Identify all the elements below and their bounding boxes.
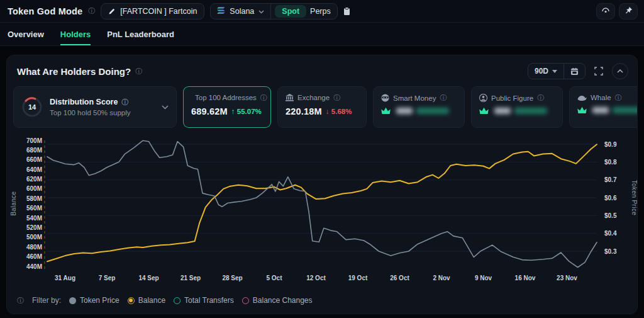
svg-text:14 Sep: 14 Sep [138,275,158,281]
stat-card-exchange[interactable]: Exchange ⓘ 220.18M ↓ 5.68% [277,86,367,128]
fullscreen-button[interactable] [591,63,607,79]
svg-text:600M: 600M [26,185,42,192]
svg-text:9 Nov: 9 Nov [475,275,492,281]
page-title: Token God Mode [8,6,82,16]
calendar-button[interactable] [564,64,585,79]
info-icon[interactable]: ⓘ [121,99,128,106]
info-icon[interactable]: ⓘ [260,94,267,101]
svg-text:5 Oct: 5 Oct [266,275,282,281]
chevron-down-icon[interactable] [162,105,169,110]
tab-overview[interactable]: Overview [8,23,44,45]
legend-label: Filter by: [32,296,61,305]
info-icon[interactable]: ⓘ [615,94,622,101]
distribution-score-title: Distribution Score [50,98,118,106]
watch-button[interactable] [596,3,615,20]
masked-change [613,107,638,113]
chain-selector[interactable]: Solana [211,4,270,19]
smart-money-icon [381,94,389,102]
token-price-dot [69,297,76,304]
distribution-score-value: 14 [28,103,36,111]
svg-text:$0.4: $0.4 [604,230,617,237]
stat-card-change: ↓ 5.68% [326,108,352,115]
solana-icon [217,7,225,16]
pin-button[interactable] [619,3,638,20]
calendar-icon [570,67,579,76]
svg-text:19 Oct: 19 Oct [348,275,368,281]
legend-item-label: Balance [138,296,165,305]
stat-card-title: Smart Money [393,94,436,102]
legend-item-balance[interactable]: Balance [128,296,165,305]
svg-text:$0.6: $0.6 [604,195,617,202]
stat-card-title: Whale [591,94,611,101]
chain-selector-label: Solana [230,7,254,16]
stat-card-public-figure[interactable]: Public Figure ⓘ [471,86,563,128]
masked-change [514,108,547,114]
legend-item-total-transfers[interactable]: Total Transfers [174,296,234,305]
copy-icon[interactable] [343,7,350,16]
balance-changes-radio [242,297,249,304]
svg-text:31 Aug: 31 Aug [55,275,75,281]
legend-item-balance-changes[interactable]: Balance Changes [242,296,313,305]
legend-item-token-price[interactable]: Token Price [69,296,119,305]
tab-holders[interactable]: Holders [60,23,91,45]
crown-icon [381,107,391,115]
topbar: Token God Mode ⓘ [FARTCOIN ] Fartcoin So… [0,0,644,23]
info-icon[interactable]: ⓘ [537,94,544,101]
legend-item-label: Balance Changes [253,296,313,305]
svg-text:$0.9: $0.9 [604,141,617,148]
svg-text:12 Oct: 12 Oct [306,275,326,281]
token-selector-label: [FARTCOIN ] Fartcoin [120,7,197,16]
pencil-icon [108,8,116,15]
svg-text:580M: 580M [26,195,42,202]
svg-text:28 Sep: 28 Sep [222,275,242,281]
balance-radio [128,297,135,304]
nav-tabs: Overview Holders PnL Leaderboard [0,23,644,46]
stat-card-title: Exchange [297,94,330,101]
svg-text:21 Sep: 21 Sep [180,275,201,281]
stat-card-title: Top 100 Addresses [195,94,257,101]
info-icon[interactable]: ⓘ [440,94,447,101]
range-dropdown[interactable]: 90D [528,64,564,79]
tab-perps[interactable]: Perps [308,5,337,18]
stat-card-smart-money[interactable]: Smart Money ⓘ [373,86,465,128]
distribution-score-subtitle: Top 100 hold 50% supply [50,109,155,116]
legend-item-label: Token Price [80,296,119,305]
svg-text:500M: 500M [26,234,42,241]
masked-value [396,108,413,114]
collapse-button[interactable] [612,63,628,79]
svg-text:480M: 480M [26,244,42,251]
svg-text:Token Price: Token Price [631,180,637,216]
tab-spot[interactable]: Spot [275,5,306,18]
crown-icon [577,106,587,114]
stat-card-whale[interactable]: Whale ⓘ [569,86,638,128]
svg-text:$0.5: $0.5 [604,212,617,219]
chevron-down-icon [258,7,264,16]
masked-change [416,108,449,114]
svg-text:560M: 560M [26,205,42,212]
total-transfers-radio [174,297,180,304]
holders-panel: What Are Holders Doing? ⓘ 90D [6,55,638,314]
svg-text:660M: 660M [26,156,42,163]
pin-icon [625,6,633,17]
panel-header: What Are Holders Doing? ⓘ 90D [7,55,637,85]
stat-card-title: Public Figure [491,94,533,102]
range-selector: 90D [528,63,586,79]
distribution-score-card[interactable]: 14 Distribution Score ⓘ Top 100 hold 50%… [13,86,177,128]
exchange-icon [286,94,294,101]
svg-text:640M: 640M [26,166,42,173]
info-icon[interactable]: ⓘ [333,94,340,101]
token-selector[interactable]: [FARTCOIN ] Fartcoin [101,3,204,20]
masked-value [494,108,511,114]
stat-card-top-100-addresses[interactable]: Top 100 Addresses ⓘ 689.62M ↑ 55.07% [183,86,271,128]
info-icon[interactable]: ⓘ [17,297,24,304]
chart-svg[interactable]: 700M680M660M640M620M600M580M560M540M520M… [8,133,637,288]
watch-icon [601,6,611,17]
info-icon[interactable]: ⓘ [88,8,95,14]
svg-text:540M: 540M [26,215,42,222]
tab-pnl-leaderboard[interactable]: PnL Leaderboard [107,23,174,45]
holders-chart: 700M680M660M640M620M600M580M560M540M520M… [8,133,636,290]
whale-icon [577,94,587,101]
svg-text:440M: 440M [26,263,42,270]
info-icon[interactable]: ⓘ [135,68,142,75]
range-value: 90D [535,67,548,76]
